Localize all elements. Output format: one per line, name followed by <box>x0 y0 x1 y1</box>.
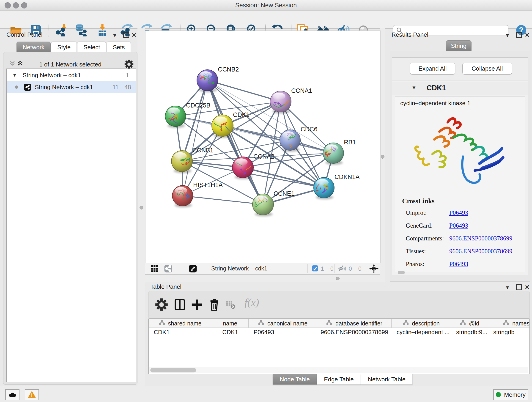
tab-network[interactable]: Network <box>17 42 51 52</box>
table-cell[interactable]: P06493 <box>249 328 317 337</box>
left-splitter[interactable] <box>138 28 145 386</box>
results-scroll-thumb[interactable] <box>398 271 405 274</box>
crosslink-label: Tissues: <box>406 248 426 255</box>
crosslink-row-genecard-: GeneCard:P06493 <box>406 222 520 231</box>
column-label: name <box>223 320 237 327</box>
function-builder-icon[interactable]: f(x) <box>244 296 259 308</box>
node-CDC25B[interactable] <box>161 106 186 127</box>
cloud-status-button[interactable] <box>5 389 19 400</box>
node-label-RB1: RB1 <box>344 139 356 146</box>
network-collection-row[interactable]: ▼ String Network – cdk1 1 <box>7 69 136 81</box>
selected-node-edge-counts: 1 – 0 <box>321 265 334 272</box>
show-columns-icon[interactable] <box>173 298 186 311</box>
delete-column-icon[interactable] <box>208 298 221 311</box>
node-CCNA1[interactable] <box>267 91 293 112</box>
tab-style[interactable]: Style <box>51 42 77 52</box>
network-share-icon[interactable] <box>164 264 172 273</box>
results-panel-float-icon[interactable] <box>516 32 522 39</box>
import-table-file-icon[interactable] <box>96 24 109 36</box>
tab-select[interactable]: Select <box>77 42 106 52</box>
memory-button[interactable]: Memory <box>493 389 528 400</box>
node-CDC6[interactable] <box>280 130 300 151</box>
import-network-database-icon[interactable] <box>75 24 88 36</box>
node-RB1[interactable] <box>323 143 344 163</box>
node-label-HIST1H1A: HIST1H1A <box>193 182 223 188</box>
crosslink-link[interactable]: 9606.ENSP00000378699 <box>449 248 512 255</box>
table-cell[interactable]: cyclin–dependent ... <box>392 328 451 337</box>
column-header--id[interactable]: @id <box>451 319 488 327</box>
results-panel-menu-icon[interactable]: ▼ <box>505 32 510 38</box>
column-header-canonical-name[interactable]: canonical name <box>249 319 317 327</box>
selected-checkbox-icon[interactable] <box>312 265 318 272</box>
gene-section-header[interactable]: ▼ CDK1 <box>392 82 528 95</box>
column-header-database-identifier[interactable]: database identifier <box>317 319 392 327</box>
import-network-file-icon[interactable] <box>56 24 69 36</box>
table-panel-close-icon[interactable]: ✕ <box>525 284 530 291</box>
crosslink-link[interactable]: P06493 <box>449 261 468 268</box>
expand-all-button[interactable]: Expand All <box>410 63 455 75</box>
tab-string[interactable]: String <box>446 40 472 51</box>
column-header-description[interactable]: description <box>392 319 451 327</box>
table-cell[interactable]: CDK1 <box>149 328 212 337</box>
table-panel-float-icon[interactable] <box>516 284 522 292</box>
birds-eye-view-icon[interactable] <box>150 264 158 273</box>
right-splitter[interactable] <box>380 28 385 282</box>
column-label: description <box>412 320 440 327</box>
results-panel-close-icon[interactable]: ✕ <box>525 32 530 39</box>
tab-network-table[interactable]: Network Table <box>361 374 413 385</box>
hidden-eye-slash-icon[interactable] <box>338 264 346 273</box>
pan-crosshair-icon[interactable] <box>369 264 379 273</box>
column-header-namespace[interactable]: namespace <box>488 319 530 327</box>
crosslink-link[interactable]: 9606.ENSP00000378699 <box>449 235 512 242</box>
network-canvas[interactable]: CCNB2CCNA1CDC25BCDK1CDC6RB1CCNB1CCNA2CDK… <box>145 31 380 263</box>
network-graph: CCNB2CCNA1CDC25BCDK1CDC6RB1CCNB1CCNA2CDK… <box>146 31 380 263</box>
network-options-gear-icon[interactable] <box>124 60 133 70</box>
horizontal-splitter[interactable] <box>145 274 380 282</box>
column-header-shared-name[interactable]: shared name <box>149 319 212 327</box>
crosslink-link[interactable]: P06493 <box>449 209 468 216</box>
control-panel-close-icon[interactable]: ✕ <box>132 32 137 39</box>
collapse-all-button[interactable]: Collapse All <box>462 63 512 75</box>
tab-edge-table[interactable]: Edge Table <box>317 374 361 385</box>
table-cell[interactable]: 9606.ENSP00000378699 <box>317 328 392 337</box>
delete-table-icon[interactable] <box>226 300 236 310</box>
network-row-selected[interactable]: String Network – cdk1 11 48 <box>7 81 136 93</box>
collection-expander-icon[interactable]: ▼ <box>12 72 17 78</box>
node-label-CCNB1: CCNB1 <box>192 147 214 154</box>
control-panel-menu-icon[interactable]: ▼ <box>112 32 117 38</box>
network-edge-count: 48 <box>124 84 131 91</box>
netbar-separator <box>181 264 181 273</box>
table-horizontal-scrollbar[interactable] <box>149 367 528 373</box>
table-cell[interactable]: stringdb <box>488 328 530 337</box>
node-table[interactable]: shared namenamecanonical namedatabase id… <box>148 319 530 374</box>
node-CDKN1A[interactable] <box>314 177 334 198</box>
control-panel-float-icon[interactable] <box>123 32 129 39</box>
tab-sets[interactable]: Sets <box>107 42 131 52</box>
warning-status-button[interactable] <box>25 389 39 400</box>
table-row[interactable]: CDK1CDK1P064939606.ENSP00000378699cyclin… <box>149 328 530 337</box>
results-panel-title: Results Panel <box>392 31 428 38</box>
table-panel-tabs: Node TableEdge TableNetwork Table <box>273 374 413 384</box>
tab-node-table[interactable]: Node Table <box>273 374 317 385</box>
protein-structure-image <box>402 109 510 194</box>
crosslink-link[interactable]: P06493 <box>449 222 468 229</box>
window-title: Session: New Session <box>0 2 532 9</box>
gene-expander-icon[interactable]: ▼ <box>412 85 417 91</box>
table-cell[interactable]: stringdb:9... <box>451 328 488 337</box>
table-options-gear-icon[interactable] <box>155 298 168 311</box>
node-HIST1H1A[interactable] <box>172 185 193 206</box>
attribute-type-icon <box>503 320 509 327</box>
network-selection-status: 1 of 1 Network selected <box>3 61 137 68</box>
edge-HIST1H1A-CCNE1[interactable] <box>183 196 263 204</box>
table-panel-menu-icon[interactable]: ▼ <box>505 285 510 291</box>
scrollbar-thumb[interactable] <box>150 368 196 372</box>
string-results-list: ▼ CDK1 cyclin–dependent kinase 1 <box>392 81 528 275</box>
node-CCNB2[interactable] <box>197 70 218 91</box>
create-column-icon[interactable] <box>190 298 203 311</box>
open-in-new-window-icon[interactable] <box>189 264 197 273</box>
table-cell[interactable]: CDK1 <box>212 328 249 337</box>
node-CCNE1[interactable] <box>253 194 273 215</box>
network-node-count: 11 <box>113 84 119 91</box>
collection-count: 1 <box>126 72 129 79</box>
column-header-name[interactable]: name <box>212 319 249 327</box>
